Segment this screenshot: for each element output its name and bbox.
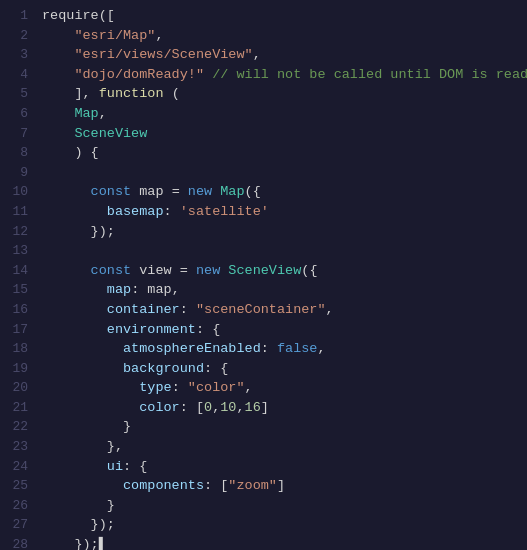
code-line: }); xyxy=(42,222,527,242)
line-number: 23 xyxy=(0,437,38,457)
code-line: const map = new Map({ xyxy=(42,182,527,202)
line-number: 14 xyxy=(0,261,38,281)
line-number: 18 xyxy=(0,339,38,359)
code-line: require([ xyxy=(42,6,527,26)
line-number: 3 xyxy=(0,45,38,65)
line-number: 7 xyxy=(0,124,38,144)
code-line: components: ["zoom"] xyxy=(42,476,527,496)
code-line: } xyxy=(42,496,527,516)
code-line xyxy=(42,241,527,261)
code-editor: 1234567891011121314151617181920212223242… xyxy=(0,0,527,550)
code-line: map: map, xyxy=(42,280,527,300)
line-number: 1 xyxy=(0,6,38,26)
line-number: 19 xyxy=(0,359,38,379)
code-line: ui: { xyxy=(42,457,527,477)
code-line: SceneView xyxy=(42,124,527,144)
line-number: 8 xyxy=(0,143,38,163)
line-number: 17 xyxy=(0,320,38,340)
line-number: 4 xyxy=(0,65,38,85)
code-line: Map, xyxy=(42,104,527,124)
line-number: 20 xyxy=(0,378,38,398)
line-number: 28 xyxy=(0,535,38,550)
line-number: 2 xyxy=(0,26,38,46)
code-line: environment: { xyxy=(42,320,527,340)
code-line: basemap: 'satellite' xyxy=(42,202,527,222)
line-number: 21 xyxy=(0,398,38,418)
line-number: 12 xyxy=(0,222,38,242)
code-line: atmosphereEnabled: false, xyxy=(42,339,527,359)
code-line: type: "color", xyxy=(42,378,527,398)
line-number: 10 xyxy=(0,182,38,202)
code-line: });▌ xyxy=(42,535,527,550)
code-line: container: "sceneContainer", xyxy=(42,300,527,320)
line-numbers: 1234567891011121314151617181920212223242… xyxy=(0,0,38,550)
line-number: 26 xyxy=(0,496,38,516)
code-line xyxy=(42,163,527,183)
code-line: }); xyxy=(42,515,527,535)
line-number: 13 xyxy=(0,241,38,261)
code-line: ], function ( xyxy=(42,84,527,104)
line-number: 16 xyxy=(0,300,38,320)
line-number: 11 xyxy=(0,202,38,222)
code-line: "esri/views/SceneView", xyxy=(42,45,527,65)
line-number: 27 xyxy=(0,515,38,535)
line-number: 22 xyxy=(0,417,38,437)
line-number: 24 xyxy=(0,457,38,477)
code-line: ) { xyxy=(42,143,527,163)
code-line: const view = new SceneView({ xyxy=(42,261,527,281)
line-number: 15 xyxy=(0,280,38,300)
line-number: 9 xyxy=(0,163,38,183)
code-line: color: [0,10,16] xyxy=(42,398,527,418)
line-number: 5 xyxy=(0,84,38,104)
code-line: }, xyxy=(42,437,527,457)
code-line: background: { xyxy=(42,359,527,379)
line-number: 25 xyxy=(0,476,38,496)
line-number: 6 xyxy=(0,104,38,124)
code-content[interactable]: require([ "esri/Map", "esri/views/SceneV… xyxy=(38,0,527,550)
code-line: "esri/Map", xyxy=(42,26,527,46)
code-line: "dojo/domReady!" // will not be called u… xyxy=(42,65,527,85)
code-line: } xyxy=(42,417,527,437)
